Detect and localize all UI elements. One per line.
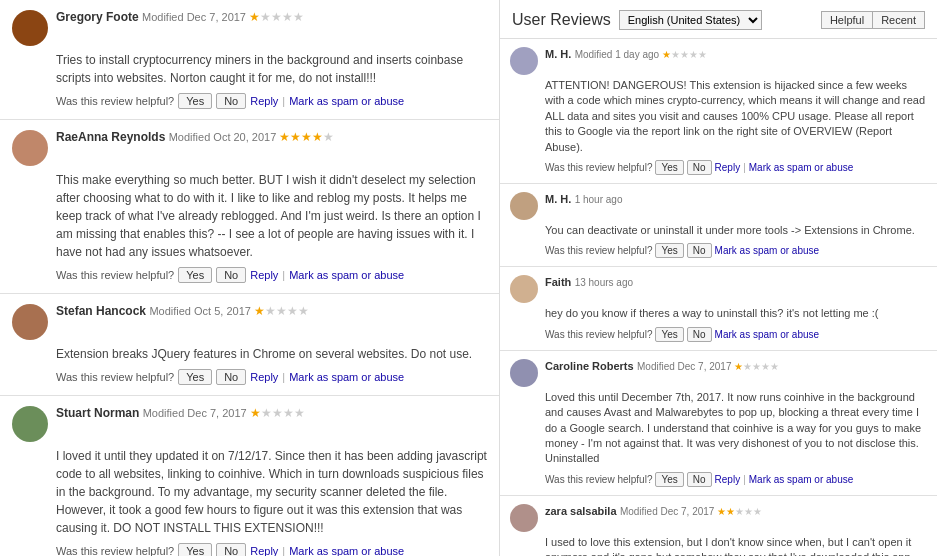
right-reviews-list: M. H. Modified 1 day ago ★★★★★ ATTENTION… bbox=[500, 39, 937, 556]
no-button[interactable]: No bbox=[216, 93, 246, 109]
right-review-header: Faith 13 hours ago bbox=[510, 275, 927, 303]
avatar bbox=[12, 10, 48, 46]
helpful-label: Was this review helpful? bbox=[56, 371, 174, 383]
avatar bbox=[510, 359, 538, 387]
yes-button[interactable]: Yes bbox=[655, 327, 683, 342]
spam-link[interactable]: Mark as spam or abuse bbox=[289, 371, 404, 383]
separator: | bbox=[743, 162, 746, 173]
yes-button[interactable]: Yes bbox=[655, 160, 683, 175]
right-review-text: I used to love this extension, but I don… bbox=[545, 535, 927, 556]
helpful-sort-button[interactable]: Helpful bbox=[821, 11, 872, 29]
review-header: Stefan Hancock Modified Oct 5, 2017 ★★★★… bbox=[12, 304, 487, 340]
reviewer-name: Gregory Foote bbox=[56, 10, 139, 24]
right-review-header: M. H. 1 hour ago bbox=[510, 192, 927, 220]
spam-link[interactable]: Mark as spam or abuse bbox=[289, 95, 404, 107]
right-review-item-faith: Faith 13 hours ago hey do you know if th… bbox=[500, 267, 937, 350]
reviewer-meta: Modified Oct 20, 2017 bbox=[169, 131, 280, 143]
review-text: Tries to install cryptocurrency miners i… bbox=[56, 51, 487, 87]
right-review-text: ATTENTION! DANGEROUS! This extension is … bbox=[545, 78, 927, 155]
reviewer-info: Stuart Norman Modified Dec 7, 2017 ★★★★★ bbox=[56, 406, 487, 420]
reviewer-name: RaeAnna Reynolds bbox=[56, 130, 165, 144]
reviewer-info: Stefan Hancock Modified Oct 5, 2017 ★★★★… bbox=[56, 304, 487, 318]
no-button[interactable]: No bbox=[687, 327, 712, 342]
right-review-header: Caroline Roberts Modified Dec 7, 2017 ★★… bbox=[510, 359, 927, 387]
right-reviews-panel: User Reviews English (United States) Hel… bbox=[500, 0, 937, 556]
sort-buttons: Helpful Recent bbox=[821, 11, 925, 29]
reviewer-meta: Modified Dec 7, 2017 bbox=[143, 407, 250, 419]
spam-link[interactable]: Mark as spam or abuse bbox=[715, 329, 820, 340]
reviewer-name: Faith bbox=[545, 276, 571, 288]
star-rating: ★★★★★ bbox=[254, 304, 309, 318]
spam-link[interactable]: Mark as spam or abuse bbox=[289, 545, 404, 556]
review-actions: Was this review helpful? Yes No Reply | … bbox=[56, 543, 487, 556]
review-actions: Was this review helpful? Yes No Reply | … bbox=[56, 267, 487, 283]
yes-button[interactable]: Yes bbox=[655, 243, 683, 258]
yes-button[interactable]: Yes bbox=[655, 472, 683, 487]
separator: | bbox=[743, 474, 746, 485]
no-button[interactable]: No bbox=[687, 160, 712, 175]
avatar bbox=[12, 406, 48, 442]
no-button[interactable]: No bbox=[687, 472, 712, 487]
left-review-item-raeanna-reynolds: RaeAnna Reynolds Modified Oct 20, 2017 ★… bbox=[0, 120, 499, 294]
left-review-item-stuart-norman: Stuart Norman Modified Dec 7, 2017 ★★★★★… bbox=[0, 396, 499, 556]
right-reply-link[interactable]: Reply bbox=[715, 474, 741, 485]
star-rating: ★★★★★ bbox=[250, 406, 305, 420]
spam-link[interactable]: Mark as spam or abuse bbox=[749, 474, 854, 485]
right-reviewer-info: Caroline Roberts Modified Dec 7, 2017 ★★… bbox=[545, 359, 927, 373]
reviewer-info: Gregory Foote Modified Dec 7, 2017 ★★★★★ bbox=[56, 10, 487, 24]
left-review-item-stefan-hancock-left: Stefan Hancock Modified Oct 5, 2017 ★★★★… bbox=[0, 294, 499, 396]
right-review-text: You can deactivate or uninstall it under… bbox=[545, 223, 927, 238]
reviewer-meta: Modified Dec 7, 2017 bbox=[142, 11, 249, 23]
no-button[interactable]: No bbox=[216, 543, 246, 556]
reply-link[interactable]: Reply bbox=[250, 545, 278, 556]
right-reviewer-info: zara salsabila Modified Dec 7, 2017 ★★★★… bbox=[545, 504, 927, 518]
yes-button[interactable]: Yes bbox=[178, 93, 212, 109]
language-select[interactable]: English (United States) bbox=[619, 10, 762, 30]
no-button[interactable]: No bbox=[687, 243, 712, 258]
yes-button[interactable]: Yes bbox=[178, 267, 212, 283]
spam-link[interactable]: Mark as spam or abuse bbox=[749, 162, 854, 173]
right-review-actions: Was this review helpful? Yes No Mark as … bbox=[545, 243, 927, 258]
star-rating: ★★★★★ bbox=[662, 49, 707, 60]
reviewer-name: M. H. bbox=[545, 48, 571, 60]
right-review-text: Loved this until December 7th, 2017. It … bbox=[545, 390, 927, 467]
star-rating: ★★★★★ bbox=[734, 361, 779, 372]
right-review-header: zara salsabila Modified Dec 7, 2017 ★★★★… bbox=[510, 504, 927, 532]
reviewer-meta: 13 hours ago bbox=[575, 277, 633, 288]
right-review-item-m-h-1: M. H. Modified 1 day ago ★★★★★ ATTENTION… bbox=[500, 39, 937, 184]
reply-link[interactable]: Reply bbox=[250, 269, 278, 281]
star-rating: ★★★★★ bbox=[249, 10, 304, 24]
helpful-label: Was this review helpful? bbox=[545, 474, 652, 485]
reviewer-name: Caroline Roberts bbox=[545, 360, 634, 372]
right-review-item-m-h-2: M. H. 1 hour ago You can deactivate or u… bbox=[500, 184, 937, 267]
helpful-label: Was this review helpful? bbox=[545, 162, 652, 173]
spam-link[interactable]: Mark as spam or abuse bbox=[289, 269, 404, 281]
no-button[interactable]: No bbox=[216, 369, 246, 385]
no-button[interactable]: No bbox=[216, 267, 246, 283]
right-reply-link[interactable]: Reply bbox=[715, 162, 741, 173]
right-review-actions: Was this review helpful? Yes No Reply | … bbox=[545, 472, 927, 487]
reviewer-info: RaeAnna Reynolds Modified Oct 20, 2017 ★… bbox=[56, 130, 487, 144]
left-review-item-gregory-foote: Gregory Foote Modified Dec 7, 2017 ★★★★★… bbox=[0, 0, 499, 120]
review-header: RaeAnna Reynolds Modified Oct 20, 2017 ★… bbox=[12, 130, 487, 166]
review-text: I loved it until they updated it on 7/12… bbox=[56, 447, 487, 537]
yes-button[interactable]: Yes bbox=[178, 369, 212, 385]
reply-link[interactable]: Reply bbox=[250, 371, 278, 383]
star-rating: ★★★★★ bbox=[279, 130, 334, 144]
right-reviewer-info: Faith 13 hours ago bbox=[545, 275, 927, 289]
avatar bbox=[510, 47, 538, 75]
right-review-header: M. H. Modified 1 day ago ★★★★★ bbox=[510, 47, 927, 75]
review-header: Gregory Foote Modified Dec 7, 2017 ★★★★★ bbox=[12, 10, 487, 46]
reply-link[interactable]: Reply bbox=[250, 95, 278, 107]
right-review-item-caroline-roberts: Caroline Roberts Modified Dec 7, 2017 ★★… bbox=[500, 351, 937, 496]
helpful-label: Was this review helpful? bbox=[56, 545, 174, 556]
spam-link[interactable]: Mark as spam or abuse bbox=[715, 245, 820, 256]
avatar bbox=[510, 275, 538, 303]
reviewer-meta: Modified 1 day ago bbox=[575, 49, 662, 60]
helpful-label: Was this review helpful? bbox=[56, 95, 174, 107]
separator: | bbox=[282, 545, 285, 556]
yes-button[interactable]: Yes bbox=[178, 543, 212, 556]
helpful-label: Was this review helpful? bbox=[56, 269, 174, 281]
review-actions: Was this review helpful? Yes No Reply | … bbox=[56, 369, 487, 385]
recent-sort-button[interactable]: Recent bbox=[872, 11, 925, 29]
